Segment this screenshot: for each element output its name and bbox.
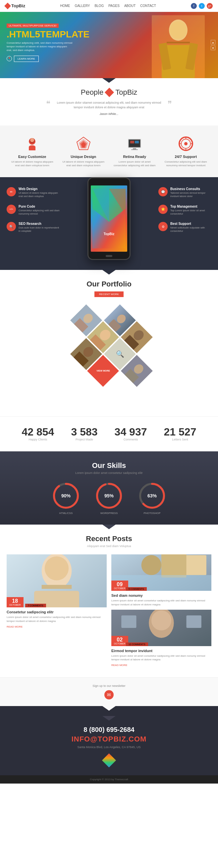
copyright-text: Copyright © 2013 by Themecraft (90, 778, 128, 781)
skill-wordpress-circle: 95% (96, 483, 122, 509)
newsletter-text: Sign up to our newsletter (7, 684, 211, 687)
nav-home[interactable]: HOME (60, 4, 70, 8)
feature-support-name: 24/7 Support (164, 155, 208, 159)
nav-gallery[interactable]: GALLERY (74, 4, 90, 8)
business-consults-name: Business Consults (170, 187, 211, 191)
hero-section: ULTIMATE, MULTIPURPOSE SERVICE! .HTML5TE… (0, 12, 218, 78)
testimonial-title: People TopBiz (13, 88, 205, 97)
post-1-readmore[interactable]: READ MORE (7, 625, 23, 628)
business-consults-icon: 💬 (158, 187, 168, 196)
feature-support-desc: Consectetur adipiscing elit sed diam non… (164, 160, 208, 167)
top-management-name: Top Management (170, 205, 211, 208)
navbar: TopBiz HOME GALLERY BLOG PAGES ABOUT CON… (0, 0, 218, 12)
business-consults-desc: Tailored services eirmod tempor invidunt… (170, 191, 211, 198)
footer-address: Santa Monica Blvd, Los Angeles, CA 97845… (13, 745, 205, 749)
easy-customize-icon (24, 135, 40, 152)
post-2-image: 09 OCTOBER 5 COMMENTS (111, 554, 211, 591)
services-right: 💬 Business Consults Tailored services ei… (152, 177, 218, 260)
footer-logo (13, 755, 205, 765)
skill-htmlcss-value: 90% (61, 493, 70, 498)
footer-arrow (102, 716, 116, 721)
title-diamond-icon (105, 88, 114, 97)
retina-ready-icon (126, 135, 143, 152)
post-card-3: 02 OCTOBER 12 COMMENTS Eirmod tempor inv… (111, 610, 211, 667)
newsletter-email-icon: ✉ (107, 692, 111, 698)
skills-desc: Lorem ipsum dolor amet consetetur sadips… (13, 471, 205, 474)
best-support-name: Best Support (170, 222, 211, 225)
svg-rect-5 (167, 42, 190, 43)
skill-htmlcss-name: HTML/CSS (59, 512, 72, 515)
svg-rect-19 (135, 141, 139, 144)
posts-right-column: 09 OCTOBER 5 COMMENTS Sed diam nonumy Lo… (111, 554, 211, 667)
newsletter-section: Sign up to our newsletter ✉ (0, 677, 218, 706)
recent-posts-section: Recent Posts Aliquyam erat Sed diam Volu… (0, 525, 218, 677)
hero-title: .HTML5TEMPLATE (7, 30, 89, 39)
post-3-image: 02 OCTOBER 12 COMMENTS (111, 610, 211, 646)
svg-rect-16 (131, 149, 138, 150)
svg-rect-70 (187, 615, 201, 628)
stat-letters: 21 527 Letters Sent (164, 427, 196, 441)
unique-design-icon (75, 135, 92, 152)
stat-comments-number: 34 937 (115, 427, 147, 437)
nav-contact[interactable]: CONTACT (140, 4, 156, 8)
hero-content: ULTIMATE, MULTIPURPOSE SERVICE! .HTML5TE… (7, 22, 89, 64)
post-card-1: 18 OCTOBER 7 COMMENTS Consetetur sadipsc… (7, 554, 107, 667)
recent-posts-subtitle: Aliquyam erat Sed diam Voluptua (7, 545, 211, 548)
stats-section: 42 854 Happy Clients 3 583 Project Made … (0, 416, 218, 452)
twitter-icon[interactable]: t (199, 3, 205, 9)
svg-point-22 (184, 142, 188, 145)
features-grid: Easy Customize Ut labore et dolore magna… (7, 135, 211, 167)
skill-photoshop-name: PHOTOSHOP (144, 512, 161, 515)
seo-research-desc: Duis aute irure dolor in reprehenderit i… (19, 226, 60, 233)
stat-comments: 34 937 Comments (115, 427, 147, 441)
feature-easy-customize: Easy Customize Ut labore et dolore magna… (10, 135, 54, 167)
newsletter-submit-button[interactable]: ✉ (104, 690, 114, 700)
post-3-title: Eirmod tempor invidunt (111, 649, 211, 653)
top-management-desc: Top Lorem ipsum dolor sit amet consectet… (170, 209, 211, 216)
skill-wordpress-name: WORDPRESS (100, 512, 118, 515)
best-support-icon: ⚙ (158, 222, 168, 231)
portfolio-title: Our Portfolio (7, 280, 211, 288)
seo-research-icon: 🔍 (7, 222, 16, 231)
post-3-date-badge: 02 OCTOBER (111, 636, 128, 646)
social-links: f t g+ (191, 3, 213, 9)
pure-code-desc: Consectetur adipiscing velit sed diam no… (19, 209, 60, 216)
post-2-title: Sed diam nonumy (111, 593, 211, 597)
testimonial-section: People TopBiz Lorem ipsum dolor sitamet … (0, 78, 218, 125)
post-1-title: Consetetur sadipscing elitr (7, 610, 107, 614)
posts-grid: 18 OCTOBER 7 COMMENTS Consetetur sadipsc… (7, 554, 211, 667)
post-2-comments: 5 COMMENTS (126, 587, 147, 591)
svg-text:TopBiz: TopBiz (104, 232, 115, 236)
copyright-bar: Copyright © 2013 by Themecraft (0, 775, 218, 783)
pure-code-icon: </> (7, 205, 16, 214)
portfolio-search-icon: 🔍 (116, 350, 124, 358)
stat-letters-number: 21 527 (164, 427, 196, 437)
feature-easy-customize-name: Easy Customize (10, 155, 54, 159)
recent-posts-title: Recent Posts (7, 534, 211, 543)
logo-text: TopBiz (11, 3, 25, 8)
feature-easy-customize-desc: Ut labore et dolore magna aliquyam erat … (10, 160, 54, 167)
nav-pages[interactable]: PAGES (108, 4, 120, 8)
nav-blog[interactable]: BLOG (94, 4, 104, 8)
svg-point-64 (142, 555, 161, 575)
portfolio-grid: 🔍 VIEW MORE (53, 304, 165, 406)
skills-title: Our Skills (13, 461, 205, 470)
googleplus-icon[interactable]: g+ (207, 3, 213, 9)
service-web-design: ✏ Web Design Ut labore et dolore magna a… (7, 187, 60, 198)
footer-logo-diamond-icon (102, 753, 116, 767)
services-left: ✏ Web Design Ut labore et dolore magna a… (0, 177, 66, 260)
service-seo-research: 🔍 SEO Research Duis aute irure dolor in … (7, 222, 60, 233)
feature-unique-design-name: Unique Design (62, 155, 105, 159)
section-arrow-newsletter (102, 706, 116, 711)
feature-unique-design-desc: Ut labore et dolore magna aliquyam erat … (62, 160, 105, 167)
post-3-readmore[interactable]: READ MORE (111, 664, 127, 666)
svg-rect-69 (121, 615, 136, 628)
nav-about[interactable]: ABOUT (124, 4, 135, 8)
hero-arrow-down[interactable]: ▼ (211, 46, 215, 50)
service-top-management: ⭐ Top Management Top Lorem ipsum dolor s… (158, 205, 211, 216)
hero-arrow-up[interactable]: ▲ (211, 40, 215, 45)
top-management-icon: ⭐ (158, 205, 168, 214)
facebook-icon[interactable]: f (191, 3, 197, 9)
learn-more-button[interactable]: LEARN MORE (14, 56, 39, 62)
logo[interactable]: TopBiz (5, 3, 25, 8)
